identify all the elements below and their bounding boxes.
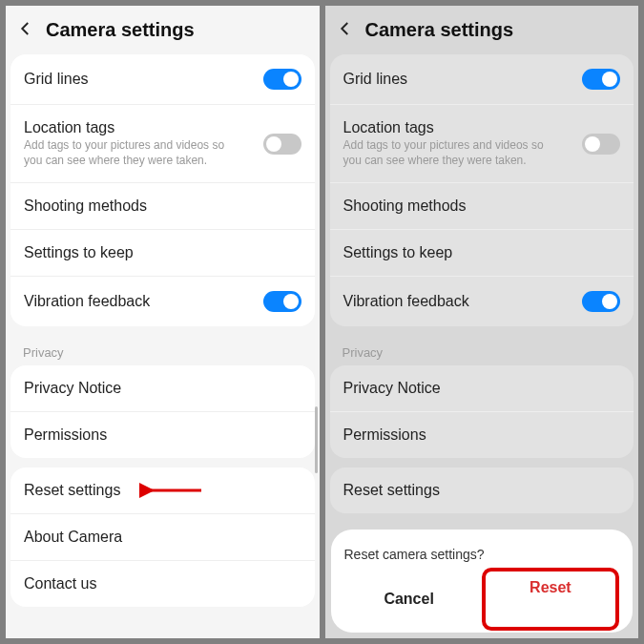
privacy-card: Privacy Notice Permissions xyxy=(330,365,634,458)
grid-lines-row[interactable]: Grid lines xyxy=(10,54,315,105)
row-label: Reset settings xyxy=(343,482,621,499)
settings-to-keep-row[interactable]: Settings to keep xyxy=(330,230,634,277)
row-label: Shooting methods xyxy=(343,197,621,215)
page-title: Camera settings xyxy=(46,19,195,41)
grid-lines-row[interactable]: Grid lines xyxy=(330,54,634,105)
reset-dialog: Reset camera settings? Cancel Reset xyxy=(331,530,634,633)
vibration-feedback-row[interactable]: Vibration feedback xyxy=(10,277,315,326)
row-label: Grid lines xyxy=(24,71,263,88)
more-card: Reset settings About Camera Contact us xyxy=(10,467,315,607)
location-tags-toggle[interactable] xyxy=(582,134,620,155)
row-label: About Camera xyxy=(24,529,301,546)
row-subtitle: Add tags to your pictures and videos so … xyxy=(24,138,234,168)
row-label: Privacy Notice xyxy=(24,380,301,397)
location-tags-row[interactable]: Location tags Add tags to your pictures … xyxy=(10,105,315,183)
grid-lines-toggle[interactable] xyxy=(582,69,620,90)
privacy-section-header: Privacy xyxy=(6,336,320,365)
permissions-row[interactable]: Permissions xyxy=(10,412,315,458)
back-icon[interactable] xyxy=(17,20,34,41)
screen-right: Camera settings Grid lines Location tags… xyxy=(325,6,639,638)
privacy-card: Privacy Notice Permissions xyxy=(10,365,315,458)
header: Camera settings xyxy=(325,6,639,54)
vibration-feedback-toggle[interactable] xyxy=(263,291,301,312)
row-label: Permissions xyxy=(343,426,621,444)
reset-button[interactable]: Reset xyxy=(482,568,619,631)
privacy-section-header: Privacy xyxy=(325,336,639,365)
settings-card: Grid lines Location tags Add tags to you… xyxy=(10,54,315,326)
about-camera-row[interactable]: About Camera xyxy=(10,514,315,561)
reset-settings-row[interactable]: Reset settings xyxy=(330,467,634,513)
dialog-actions: Cancel Reset xyxy=(344,579,620,619)
permissions-row[interactable]: Permissions xyxy=(330,412,634,458)
row-label: Permissions xyxy=(24,426,301,444)
location-tags-row[interactable]: Location tags Add tags to your pictures … xyxy=(330,105,634,183)
row-label: Location tags xyxy=(343,119,583,136)
vibration-feedback-toggle[interactable] xyxy=(582,291,620,312)
row-label: Vibration feedback xyxy=(24,293,263,310)
page-title: Camera settings xyxy=(365,19,514,41)
header: Camera settings xyxy=(6,6,320,54)
more-card: Reset settings xyxy=(330,467,634,513)
shooting-methods-row[interactable]: Shooting methods xyxy=(330,183,634,230)
row-label: Shooting methods xyxy=(24,197,301,215)
cancel-button[interactable]: Cancel xyxy=(344,579,474,619)
contact-us-row[interactable]: Contact us xyxy=(10,561,315,607)
row-label: Location tags xyxy=(24,119,263,136)
settings-card: Grid lines Location tags Add tags to you… xyxy=(330,54,634,326)
reset-settings-row[interactable]: Reset settings xyxy=(10,467,315,514)
scrollbar[interactable] xyxy=(315,406,318,473)
row-label: Vibration feedback xyxy=(343,293,583,310)
vibration-feedback-row[interactable]: Vibration feedback xyxy=(330,277,634,326)
back-icon[interactable] xyxy=(337,20,354,41)
row-label: Settings to keep xyxy=(24,244,301,261)
grid-lines-toggle[interactable] xyxy=(263,69,301,90)
row-label: Settings to keep xyxy=(343,244,621,261)
location-tags-toggle[interactable] xyxy=(263,134,301,155)
row-label: Reset settings xyxy=(24,482,301,499)
row-label: Privacy Notice xyxy=(343,380,621,397)
dialog-title: Reset camera settings? xyxy=(344,547,620,562)
shooting-methods-row[interactable]: Shooting methods xyxy=(10,183,315,230)
row-label: Contact us xyxy=(24,575,301,592)
settings-to-keep-row[interactable]: Settings to keep xyxy=(10,230,315,277)
screen-left: Camera settings Grid lines Location tags… xyxy=(6,6,320,638)
privacy-notice-row[interactable]: Privacy Notice xyxy=(10,365,315,412)
privacy-notice-row[interactable]: Privacy Notice xyxy=(330,365,634,412)
row-label: Grid lines xyxy=(343,71,583,88)
row-subtitle: Add tags to your pictures and videos so … xyxy=(343,138,553,168)
